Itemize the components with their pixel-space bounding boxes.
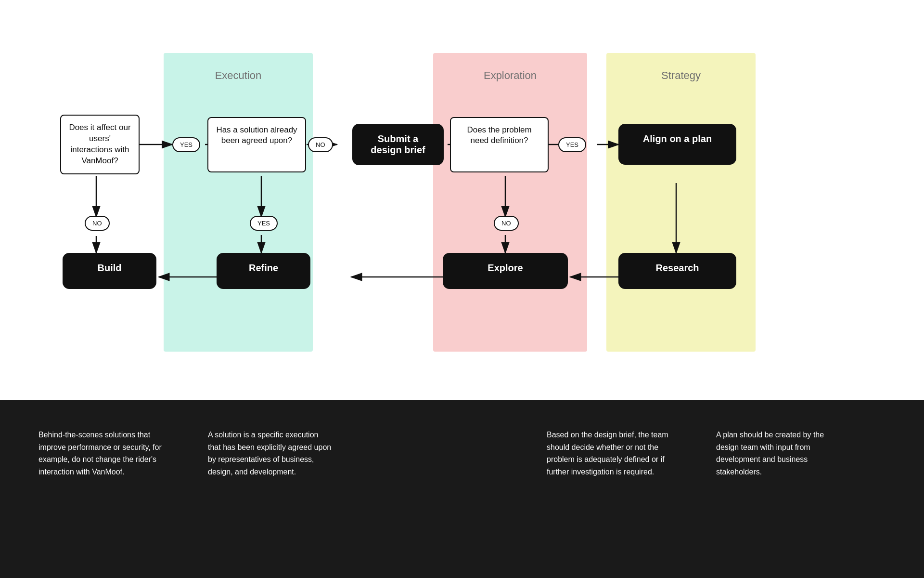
footer-text-4: Based on the design brief, the team shou…: [547, 429, 672, 478]
footer-col-3: [377, 429, 547, 549]
node-explore: Explore: [443, 253, 568, 289]
exploration-label: Exploration: [433, 69, 587, 82]
zone-strategy: Strategy: [606, 53, 756, 352]
q1-text: Does it affect our users' interactions w…: [60, 115, 140, 174]
node-align: Align on a plan: [618, 124, 736, 165]
badge-no2: NO: [308, 137, 333, 152]
zone-execution: Execution: [164, 53, 313, 352]
footer-col-5: A plan should be created by the design t…: [716, 429, 886, 549]
align-text: Align on a plan: [618, 124, 736, 165]
zone-exploration: Exploration: [433, 53, 587, 352]
main-area: Execution Exploration Strategy: [0, 0, 924, 400]
node-submit: Submit a design brief: [352, 124, 444, 165]
badge-yes2: YES: [250, 216, 278, 231]
q2-text: Has a solution already been agreed upon?: [207, 117, 306, 172]
footer-text-5: A plan should be created by the design t…: [716, 429, 841, 478]
footer-col-2: A solution is a specific execution that …: [208, 429, 377, 549]
badge-no3: NO: [494, 216, 519, 231]
footer-col-4: Based on the design brief, the team shou…: [547, 429, 716, 549]
flowchart: Execution Exploration Strategy: [53, 39, 871, 376]
node-research: Research: [618, 253, 736, 289]
refine-text: Refine: [217, 253, 310, 289]
footer-text-2: A solution is a specific execution that …: [208, 429, 333, 478]
node-q3: Does the problem need definition?: [448, 113, 551, 176]
explore-text: Explore: [443, 253, 568, 289]
research-text: Research: [618, 253, 736, 289]
node-build: Build: [63, 253, 156, 289]
execution-label: Execution: [164, 69, 313, 82]
badge-yes3: YES: [558, 137, 586, 152]
node-q1: Does it affect our users' interactions w…: [58, 113, 142, 176]
badge-yes1: YES: [172, 137, 200, 152]
submit-text: Submit a design brief: [352, 124, 444, 165]
footer: Behind-the-scenes solutions that improve…: [0, 400, 924, 578]
node-q2: Has a solution already been agreed upon?: [205, 113, 308, 176]
footer-text-1: Behind-the-scenes solutions that improve…: [38, 429, 164, 478]
build-text: Build: [63, 253, 156, 289]
footer-col-1: Behind-the-scenes solutions that improve…: [38, 429, 208, 549]
strategy-label: Strategy: [606, 69, 756, 82]
node-refine: Refine: [217, 253, 310, 289]
q3-text: Does the problem need definition?: [450, 117, 549, 172]
badge-no1: NO: [85, 216, 110, 231]
